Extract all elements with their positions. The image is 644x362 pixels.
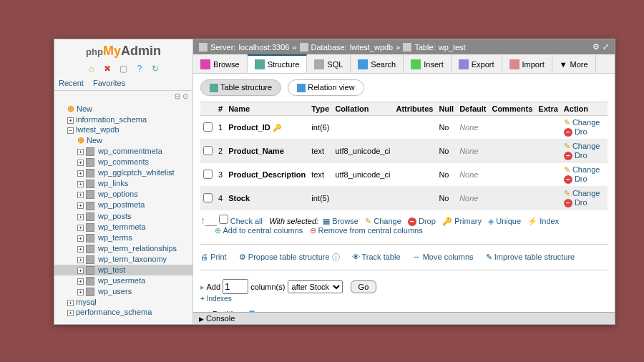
go-button[interactable]: Go [351,280,377,293]
exit-icon[interactable]: ⤢ [602,42,609,52]
tree-table-wp-users[interactable]: + wp_users [54,286,192,297]
col-extra [535,163,561,187]
bulk-drop[interactable]: − Drop [408,217,436,225]
tool-track[interactable]: 👁 Track table [352,253,401,261]
sql-icon[interactable]: ▢ [119,64,129,74]
tab-insert[interactable]: Insert [404,54,452,73]
tab-search[interactable]: Search [351,54,404,73]
action-drop[interactable]: − Dro [564,175,587,183]
action-change[interactable]: ✎ Change [564,165,600,174]
tab-favorites[interactable]: Favorites [93,79,125,87]
tab-more[interactable]: ▼ More [552,54,596,73]
tree-table-wp-comments[interactable]: + wp_comments [54,157,192,167]
docs-icon[interactable]: ? [135,64,145,74]
pencil-icon: ✎ [564,142,570,150]
collapse-icon[interactable]: − [67,127,74,134]
tree-table-wp-gglcptch-whitelist[interactable]: + wp_gglcptch_whitelist [54,167,192,178]
expand-icon[interactable]: + [67,117,74,124]
bc-server[interactable]: localhost:3306 [238,43,289,52]
tree-new-table[interactable]: ⊕ New [54,134,192,146]
bulk-primary[interactable]: 🔑 Primary [442,217,482,225]
remove-central-columns[interactable]: ⊖ Remove from central columns [310,226,423,235]
action-change[interactable]: ✎ Change [564,142,600,150]
action-drop[interactable]: − Dro [564,151,587,160]
tree-db-lwtest-wpdb[interactable]: −lwtest_wpdb [54,124,192,134]
bulk-change[interactable]: ✎ Change [365,217,401,225]
check-all-label[interactable]: Check all [230,217,263,225]
bulk-index[interactable]: ⚡ Index [527,217,559,225]
tree-table-wp-posts[interactable]: + wp_posts [54,211,192,222]
bulk-browse[interactable]: ▦ Browse [323,217,358,225]
add-where-select[interactable]: after Stock [288,280,343,293]
tab-export[interactable]: Export [452,54,502,73]
subtab-table-structure[interactable]: Table structure [200,79,281,96]
expand-icon[interactable]: + [77,170,84,177]
gear-icon[interactable]: ⚙ [592,42,600,52]
col-default: None [457,140,489,163]
tree-table-wp-links[interactable]: + wp_links [54,178,192,189]
tool-improve[interactable]: ✎ Improve table structure [486,253,575,261]
main-panel: Server: localhost:3306 » Database: lwtes… [193,39,615,324]
tree-table-wp-term-taxonomy[interactable]: + wp_term_taxonomy [54,254,192,265]
expand-icon[interactable]: + [77,278,84,285]
expand-icon[interactable]: + [67,310,74,316]
reload-icon[interactable]: ↻ [150,64,160,74]
expand-icon[interactable]: + [77,192,84,198]
expand-icon[interactable]: + [77,160,84,166]
row-checkbox[interactable] [203,193,213,202]
tree-table-wp-test[interactable]: + wp_test [54,265,192,275]
home-icon[interactable]: ⌂ [87,64,97,74]
tab-recent[interactable]: Recent [59,79,84,87]
expand-icon[interactable]: + [77,214,84,220]
table-row: 2Product_Nametextutf8_unicode_ciNoNone✎ … [200,140,608,163]
expand-icon[interactable]: + [77,202,84,209]
indexes-link[interactable]: + Indexes [200,295,232,303]
expand-icon[interactable]: + [77,181,84,187]
logout-icon[interactable]: ✖ [102,64,112,74]
expand-icon[interactable]: + [77,149,84,155]
tree-collapse-toggle[interactable]: ⊟ ⊙ [54,91,192,102]
console-bar[interactable]: ▶Console [193,312,615,324]
expand-icon[interactable]: + [77,225,84,231]
tree-db-performance-schema[interactable]: +performance_schema [54,307,192,317]
tree-table-wp-terms[interactable]: + wp_terms [54,233,192,243]
bulk-unique[interactable]: ◈ Unique [488,217,521,225]
bc-db[interactable]: lwtest_wpdb [350,43,394,52]
tree-table-wp-postmeta[interactable]: + wp_postmeta [54,200,192,210]
expand-icon[interactable]: + [77,257,84,263]
tree-table-wp-options[interactable]: + wp_options [54,189,192,200]
tool-print[interactable]: 🖨 Print [200,253,227,261]
row-checkbox[interactable] [203,170,213,179]
tree-table-wp-usermeta[interactable]: + wp_usermeta [54,275,192,286]
row-checkbox[interactable] [203,122,213,132]
action-change[interactable]: ✎ Change [564,189,600,197]
index-icon: ⚡ [527,217,537,225]
expand-icon[interactable]: + [67,300,74,306]
tree-db-information-schema[interactable]: +information_schema [54,114,192,124]
tab-browse[interactable]: Browse [193,54,248,73]
tree-db-mysql[interactable]: +mysql [54,297,192,307]
tab-structure[interactable]: Structure [248,54,308,73]
tool-move[interactable]: ↔ Move columns [413,253,474,261]
action-drop[interactable]: − Dro [564,127,587,136]
tab-import[interactable]: Import [502,54,552,73]
tree-new[interactable]: ⊕ New [54,103,192,114]
tree-table-wp-termmeta[interactable]: + wp_termmeta [54,222,192,233]
tool-propose[interactable]: ⚙ Propose table structure ⓘ [239,253,340,261]
tree-table-wp-commentmeta[interactable]: + wp_commentmeta [54,146,192,157]
row-checkbox[interactable] [203,146,213,155]
action-drop[interactable]: − Dro [564,198,587,207]
bc-table[interactable]: wp_test [439,43,466,52]
subtab-relation-view[interactable]: Relation view [288,79,364,96]
check-all[interactable] [219,215,228,224]
tree-table-wp-term-relationships[interactable]: + wp_term_relationships [54,243,192,254]
expand-icon[interactable]: + [77,268,84,274]
add-central-columns[interactable]: ⊕ Add to central columns [215,226,303,235]
expand-icon[interactable]: + [77,246,84,253]
tab-sql[interactable]: SQL [307,54,351,73]
expand-icon[interactable]: + [77,289,84,295]
expand-icon[interactable]: + [77,235,84,242]
structure-icon [210,84,218,92]
action-change[interactable]: ✎ Change [564,118,600,127]
add-qty-input[interactable] [223,279,248,294]
